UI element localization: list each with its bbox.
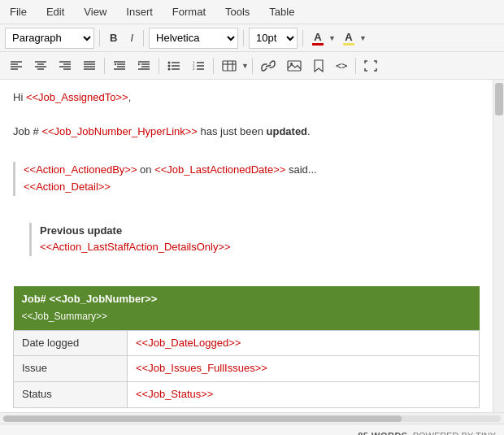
fullscreen-button[interactable] bbox=[359, 55, 382, 76]
table-header-jobnumber: Job# <<Job_JobNumber>> bbox=[22, 293, 158, 305]
line-greeting: Hi <<Job_AssignedTo>>, bbox=[13, 89, 480, 107]
horizontal-scrollbar-wrap bbox=[0, 412, 504, 424]
table-label-datelogged: Date logged bbox=[14, 330, 128, 356]
vertical-scrollbar[interactable] bbox=[493, 80, 504, 412]
table-button[interactable] bbox=[217, 55, 241, 76]
scrollbar-thumb[interactable] bbox=[495, 83, 503, 115]
font-color-button[interactable]: A bbox=[308, 28, 328, 49]
menu-file[interactable]: File bbox=[7, 4, 30, 20]
font-family-select[interactable]: Helvetica bbox=[149, 28, 238, 49]
italic-button[interactable]: I bbox=[125, 28, 138, 49]
editor-content[interactable]: Hi <<Job_AssignedTo>>, Job # <<Job_JobNu… bbox=[0, 80, 493, 412]
line-jobnumber: Job # <<Job_JobNumber_HyperLink>> has ju… bbox=[13, 124, 480, 141]
font-size-select[interactable]: 10pt bbox=[249, 28, 298, 49]
menu-bar: File Edit View Insert Format Tools Table bbox=[0, 0, 504, 24]
line-blank2 bbox=[13, 140, 480, 157]
numbered-list-button[interactable]: 1.2.3. bbox=[187, 55, 210, 76]
svg-rect-38 bbox=[223, 61, 236, 71]
line-blank4 bbox=[13, 261, 480, 278]
divider bbox=[302, 30, 303, 46]
menu-edit[interactable]: Edit bbox=[43, 4, 67, 20]
toolbar-alignment: 1.2.3. ▼ <> bbox=[0, 52, 504, 80]
table-header-row: Job# <<Job_JobNumber>> <<Job_Summary>> bbox=[14, 286, 480, 330]
justify-button[interactable] bbox=[78, 55, 101, 76]
svg-text:3.: 3. bbox=[193, 67, 195, 71]
svg-point-26 bbox=[168, 61, 171, 63]
action-by-tag: <<Action_ActionedBy>> bbox=[24, 163, 137, 176]
blockquote-prev-update: Previous update <<Action_LastStaffAction… bbox=[29, 223, 480, 257]
align-center-button[interactable] bbox=[29, 55, 52, 76]
action-detail-tag: <<Action_Detail>> bbox=[24, 181, 111, 193]
divider bbox=[99, 30, 100, 46]
divider bbox=[104, 58, 105, 74]
menu-tools[interactable]: Tools bbox=[222, 4, 253, 20]
divider bbox=[159, 58, 159, 74]
menu-insert[interactable]: Insert bbox=[123, 4, 156, 20]
horizontal-scrollbar-track[interactable] bbox=[3, 415, 501, 422]
prev-update-indent: Previous update <<Action_LastStaffAction… bbox=[29, 223, 480, 257]
toolbar-formatting: Paragraph B I Helvetica 10pt A ▼ A ▼ bbox=[0, 24, 504, 52]
table-header-summary: <<Job_Summary>> bbox=[22, 311, 107, 322]
font-color-letter: A bbox=[314, 31, 321, 43]
table-header-cell: Job# <<Job_JobNumber>> <<Job_Summary>> bbox=[14, 286, 480, 330]
table-label-issue: Issue bbox=[14, 356, 128, 382]
code-button[interactable]: <> bbox=[331, 55, 352, 76]
link-button[interactable] bbox=[256, 55, 280, 76]
blockquote-action: <<Action_ActionedBy>> on <<Job_LastActio… bbox=[13, 162, 480, 196]
highlight-color-letter: A bbox=[345, 31, 352, 43]
table-row: Issue <<Job_Issues_FullIssues>> bbox=[14, 356, 480, 382]
bookmark-button[interactable] bbox=[308, 55, 329, 76]
word-count: 85 WORDS bbox=[358, 431, 407, 436]
highlight-color-dropdown-arrow[interactable]: ▼ bbox=[359, 34, 367, 42]
jobnumber-pre: Job # bbox=[13, 125, 41, 137]
svg-point-28 bbox=[168, 67, 171, 70]
line-blank3 bbox=[13, 201, 480, 218]
table-value-status: <<Job_Status>> bbox=[128, 382, 480, 408]
bullet-list-button[interactable] bbox=[163, 55, 185, 76]
menu-view[interactable]: View bbox=[80, 4, 110, 20]
status-bar: 85 WORDS POWERED BY TINY bbox=[0, 424, 504, 435]
bold-button[interactable]: B bbox=[105, 28, 122, 49]
jobnumber-bold: updated bbox=[267, 125, 308, 137]
highlight-color-button[interactable]: A bbox=[339, 28, 358, 49]
font-color-underline bbox=[312, 43, 324, 46]
action-said: said... bbox=[285, 163, 316, 176]
editor-wrapper: Hi <<Job_AssignedTo>>, Job # <<Job_JobNu… bbox=[0, 80, 504, 412]
menu-table[interactable]: Table bbox=[266, 4, 298, 20]
table-row: Date logged <<Job_DateLogged>> bbox=[14, 330, 480, 356]
indent-increase-button[interactable] bbox=[133, 55, 155, 76]
greeting-tag: <<Job_AssignedTo>> bbox=[26, 91, 128, 103]
job-summary-table: Job# <<Job_JobNumber>> <<Job_Summary>> D… bbox=[13, 286, 480, 408]
highlight-color-underline bbox=[343, 43, 354, 46]
align-right-button[interactable] bbox=[54, 55, 76, 76]
paragraph-style-select[interactable]: Paragraph bbox=[5, 28, 94, 49]
horizontal-scrollbar-thumb[interactable] bbox=[3, 415, 402, 422]
divider bbox=[252, 58, 253, 74]
line-blank1 bbox=[13, 107, 480, 124]
jobnumber-mid: has just been bbox=[198, 125, 267, 137]
menu-format[interactable]: Format bbox=[169, 4, 209, 20]
indent-decrease-button[interactable] bbox=[108, 55, 131, 76]
divider bbox=[143, 30, 144, 46]
align-left-button[interactable] bbox=[5, 55, 28, 76]
jobnumber-post: . bbox=[307, 125, 311, 137]
table-value-issue: <<Job_Issues_FullIssues>> bbox=[128, 356, 480, 382]
divider bbox=[355, 58, 356, 74]
prev-update-label: Previous update bbox=[40, 224, 122, 237]
greeting-post: , bbox=[128, 91, 132, 103]
jobnumber-tag: <<Job_JobNumber_HyperLink>> bbox=[41, 125, 198, 137]
code-icon: <> bbox=[336, 60, 347, 72]
font-color-dropdown-arrow[interactable]: ▼ bbox=[328, 34, 336, 42]
divider bbox=[243, 30, 244, 46]
powered-by: POWERED BY TINY bbox=[413, 431, 496, 436]
svg-point-27 bbox=[168, 64, 171, 67]
image-button[interactable] bbox=[282, 55, 306, 76]
divider bbox=[213, 58, 214, 74]
svg-marker-20 bbox=[114, 63, 116, 65]
table-dropdown-arrow[interactable]: ▼ bbox=[241, 62, 249, 70]
prev-update-tag: <<Action_LastStaffAction_DetailsOnly>> bbox=[40, 241, 231, 253]
table-label-status: Status bbox=[14, 382, 128, 408]
action-date-tag: <<Job_LastActionedDate>> bbox=[154, 163, 285, 176]
svg-marker-25 bbox=[138, 63, 141, 65]
table-row: Status <<Job_Status>> bbox=[14, 382, 480, 408]
